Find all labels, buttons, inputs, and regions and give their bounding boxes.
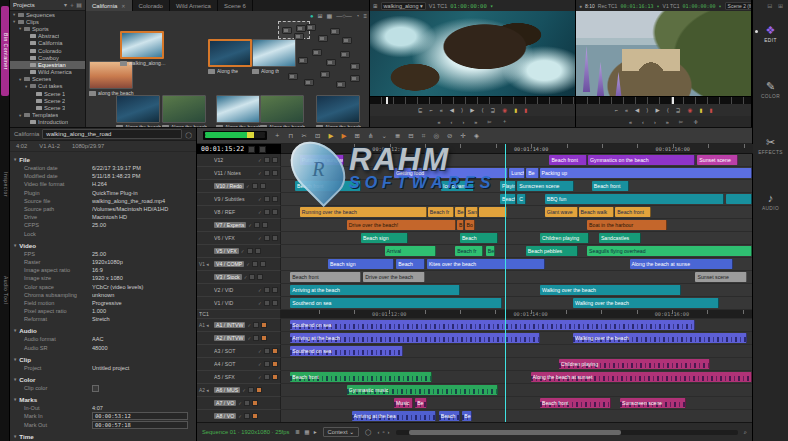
track-enable-icon[interactable]: ✓ [258,349,262,354]
timeline-clip[interactable]: Sand [466,207,478,217]
track-lane[interactable]: Southend on sea [281,319,752,332]
status-icon[interactable]: ≣ [295,429,300,435]
timeline-clip[interactable]: Arrival [385,246,437,256]
clip-thumbnail[interactable]: Along the beach [260,95,305,127]
tree-folder-clips[interactable]: ▾Clips [10,18,85,25]
match-frame-icon[interactable]: ⊟ [408,132,413,140]
track-monitor-button[interactable] [264,235,270,241]
track-header-v2[interactable]: V2 / VID✓ [197,284,281,297]
track-name[interactable]: A2 / INTVW [214,335,245,341]
track-name[interactable]: A8 / VO [214,413,236,419]
track-monitor-button[interactable] [247,248,253,254]
zoom-control-icon[interactable]: › [388,429,390,435]
timeline-clip[interactable]: Ice cream [441,181,474,191]
program-track-label[interactable]: V1 TC1 [663,3,680,9]
timeline-clip[interactable]: Gymnastics on the beach [588,155,695,165]
mark-in-icon[interactable]: ⟩ [646,107,648,113]
clip-chip-icon[interactable] [350,63,360,70]
record-icon[interactable]: ◉ [687,107,692,113]
context-menu[interactable]: Context ⌄ [323,427,359,437]
source-timecode[interactable]: 01:00:00:00 ▾ [450,3,493,9]
track-header-v1[interactable]: V1 / VID✓ [197,297,281,310]
timeline-clip[interactable]: Lunch [509,168,525,178]
track-name[interactable]: A6 / MUS [214,387,240,393]
timeline-clip[interactable]: Getting food [394,168,508,178]
track-header-v5[interactable]: V5 / VFX✓ [197,245,281,258]
cut-icon[interactable]: ✂ [302,132,307,140]
track-lane[interactable]: ArrivalBeach frBeBeach pebblesSeagulls f… [281,245,752,258]
track-monitor-button[interactable] [249,274,255,280]
segment-insert-icon[interactable]: ▶ [328,132,333,140]
add-edit-icon[interactable]: ＋ [502,118,508,125]
timeline-clip[interactable]: Drive over the beach [363,272,424,282]
lift-icon[interactable]: ▮ [709,107,712,113]
track-monitor-button[interactable] [244,400,250,406]
rail-tab-inspector[interactable]: Inspector [1,150,9,220]
track-name[interactable]: V6 / VFX [214,235,256,241]
rail-tab-audio-tool[interactable]: Audio Tool [1,250,9,330]
bin-tab-colorado[interactable]: Colorado [133,0,170,11]
track-header-a5[interactable]: A5 / SFX✓ [197,371,281,384]
clip-thumbnail[interactable]: Along the beach [316,95,361,127]
track-name[interactable]: A3 / SOT [214,348,256,354]
track-record-button[interactable] [252,413,258,419]
track-header-v4[interactable]: V1 ◂V4 / COMP✓ [197,258,281,271]
status-icon[interactable]: ▦ [304,429,309,435]
track-header-a7[interactable]: A7 / VO✓ [197,397,281,410]
timeline-clip[interactable]: Beach fr [455,246,483,256]
timeline-clip[interactable]: Be [486,246,495,256]
clip-chip-icon[interactable] [298,57,308,64]
timeline-clip[interactable]: Sunscreen scene [620,398,686,408]
tc-button[interactable] [248,146,255,153]
timeline-scrollbar[interactable] [396,430,738,435]
track-monitor-button[interactable] [264,374,270,380]
clip-chip-icon[interactable] [330,28,340,35]
magnifier-icon[interactable]: ⌕ [744,429,747,436]
track-name[interactable]: V4 / COMP [214,261,244,267]
track-name[interactable]: V9 / Subtitles [214,196,256,202]
timeline-clip[interactable]: Giant wave [545,207,578,217]
track-name[interactable]: A5 / SFX [214,374,256,380]
property-value-field[interactable]: 00:00:57:18 [92,421,188,429]
clip-chip-icon[interactable] [336,81,346,88]
track-header-v9[interactable]: V9 / Subtitles✓ [197,193,281,206]
play-icon[interactable]: ▶ [470,107,474,113]
clip-thumbnail[interactable]: along the beach [89,61,134,96]
track-enable-icon[interactable]: ✓ [258,171,262,176]
track-name[interactable]: V10 / Redo [214,183,244,189]
timeline-clip[interactable]: Sunset scene [695,272,747,282]
track-monitor-button[interactable] [264,209,270,215]
property-value-field[interactable]: 00:00:53:12 [92,412,188,420]
tree-bin-equestrian[interactable]: Equestrian [10,61,85,68]
tree-folder-scenes[interactable]: ▾Scenes [10,76,85,83]
tree-folder-sequences[interactable]: ▾Sequences [10,11,85,18]
source-clip-menu[interactable]: walking_along ▾ [381,2,426,10]
track-monitor-button[interactable] [248,387,254,393]
clip-chip-icon[interactable] [296,25,306,32]
zoom-control-icon[interactable]: ▫ [383,429,385,435]
inspector-clip-name[interactable]: walking_along_the_road [42,129,182,139]
track-lock-button[interactable] [257,274,263,280]
track-header-a4[interactable]: A4 / SOT✓ [197,358,281,371]
track-lane[interactable]: BeachCBBQ fun [281,193,752,206]
track-lane[interactable]: Arriving at the beachWalking over the be… [281,332,752,345]
bin-tab-scene-6[interactable]: Scene 6 [218,0,253,11]
track-enable-icon[interactable]: ✓ [238,401,242,406]
next-edit-icon[interactable]: » [666,119,669,125]
timeline-clip[interactable] [479,207,507,217]
track-header-a6[interactable]: A2 ◂A6 / MUS✓ [197,384,281,397]
monitor-grid-icon[interactable]: ⊞ [373,3,378,9]
effect-mode-icon[interactable]: ✛ [461,132,466,140]
track-record-button[interactable] [272,361,278,367]
clip-chip-icon[interactable] [306,24,316,31]
timeline-clip[interactable]: Beach sign [328,259,394,269]
track-monitor-button[interactable] [254,222,260,228]
timeline-clip[interactable]: Be [526,168,538,178]
timeline-clip[interactable]: Along the beach at sunset [531,372,752,382]
workspace-edit[interactable]: ❖EDIT [753,24,788,43]
grid-icon[interactable]: ⌗ [422,132,426,140]
segment-overwrite-icon[interactable]: ▶ [341,132,346,140]
clip-chip-icon[interactable] [318,35,328,42]
render-icon[interactable]: ◈ [474,132,479,140]
splice-icon[interactable]: ✂ [487,119,492,125]
